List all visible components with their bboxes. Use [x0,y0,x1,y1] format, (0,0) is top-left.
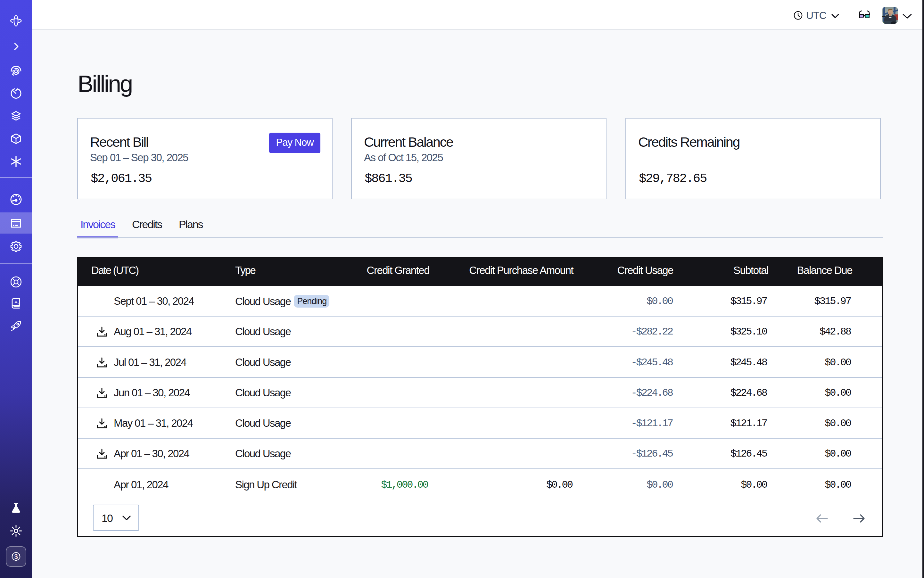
svg-text:$: $ [15,553,18,560]
